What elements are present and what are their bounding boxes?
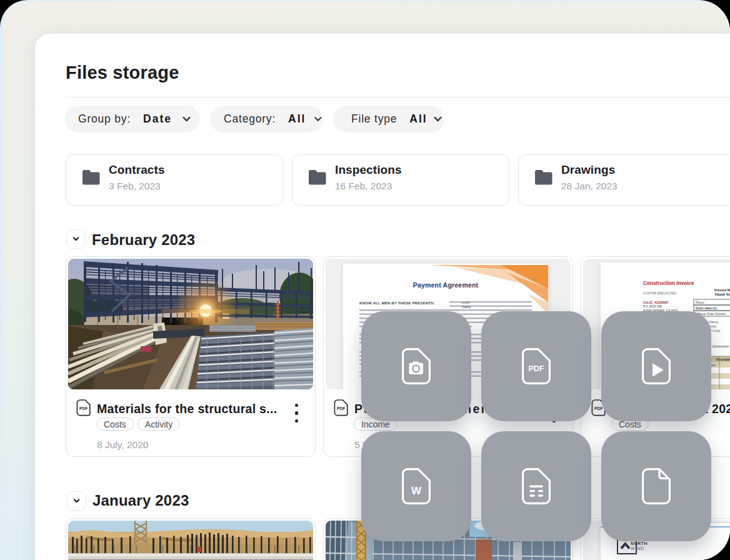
svg-text:PDF: PDF <box>529 364 544 373</box>
svg-text:Buyer Order Number: Buyer Order Number <box>698 312 726 316</box>
svg-text:W: W <box>411 485 422 497</box>
svg-text:Description: Description <box>716 358 730 361</box>
svg-text:Oakla: Oakla <box>462 305 471 309</box>
svg-text:WIND: WIND <box>631 546 644 551</box>
svg-text:Order taken by: Order taken by <box>696 307 717 310</box>
svg-text:PDF: PDF <box>594 406 602 411</box>
svg-text:e prin: e prin <box>462 301 470 304</box>
svg-text:PDF: PDF <box>337 406 345 411</box>
svg-text:Phone: Phone <box>696 301 704 304</box>
svg-text:PDF: PDF <box>79 406 88 411</box>
svg-text:NORTH: NORTH <box>631 541 648 546</box>
